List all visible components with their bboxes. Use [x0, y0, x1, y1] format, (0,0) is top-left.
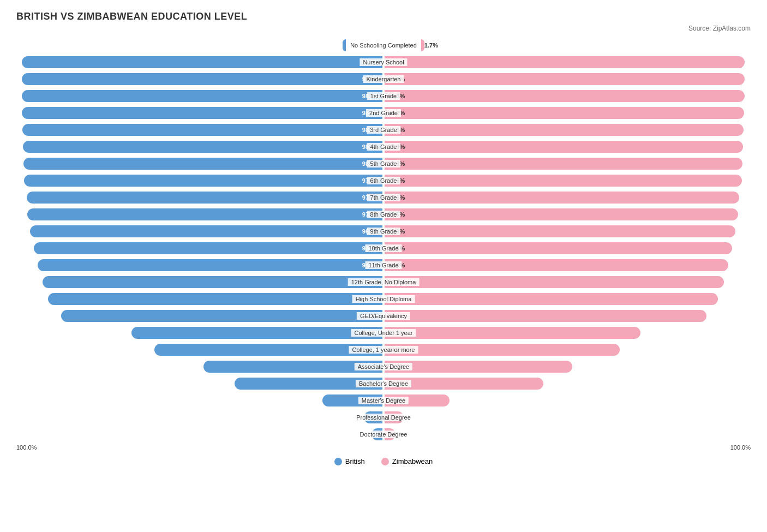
- bar-blue-18: 62.3%: [154, 344, 382, 356]
- bar-blue-9: 97.2%: [27, 192, 382, 204]
- bar-pink-12: 94.9%: [385, 242, 732, 254]
- bar-row: 94.2%11th Grade93.9%: [16, 258, 751, 273]
- bar-row: 98.5%1st Grade98.3%: [16, 88, 751, 104]
- source-label: Source: ZipAtlas.com: [16, 25, 751, 32]
- center-label-17: College, Under 1 year: [351, 329, 416, 337]
- bar-row: 98.5%2nd Grade98.2%: [16, 105, 751, 121]
- bar-pink-8: 97.6%: [385, 175, 742, 187]
- bar-pink-10: 96.5%: [385, 208, 738, 220]
- bar-pink-4: 98.2%: [385, 107, 744, 119]
- bar-row: 98.5%Kindergarten98.3%: [16, 71, 751, 87]
- center-label-22: Professional Degree: [353, 414, 414, 421]
- right-section-18: 64.2%: [384, 342, 751, 357]
- chart-title: BRITISH VS ZIMBABWEAN EDUCATION LEVEL: [16, 11, 751, 22]
- bar-row: 48.9%Associate's Degree51.3%: [16, 359, 751, 374]
- bar-blue-11: 96.3%: [30, 225, 382, 237]
- left-section-21: 16.4%: [16, 393, 384, 408]
- bar-blue-6: 98.2%: [23, 141, 382, 153]
- left-section-12: 95.3%: [16, 241, 384, 256]
- legend-zimbabwean-label: Zimbabwean: [392, 457, 433, 465]
- legend-british-label: British: [345, 457, 365, 465]
- left-section-3: 98.5%: [16, 88, 384, 104]
- center-label-13: 11th Grade: [365, 261, 402, 269]
- bar-pink-5: 98.1%: [385, 124, 744, 136]
- bar-blue-1: 98.5%: [22, 56, 382, 68]
- bar-row: 92.9%12th Grade, No Diploma92.7%: [16, 274, 751, 290]
- right-section-19: 51.3%: [384, 359, 751, 374]
- center-label-18: College, 1 year or more: [349, 346, 418, 354]
- bar-row: 98.1%5th Grade97.8%: [16, 156, 751, 171]
- left-section-17: 68.5%: [16, 325, 384, 340]
- bar-row: 68.5%College, Under 1 year69.9%: [16, 325, 751, 340]
- bar-row: 16.4%Master's Degree17.7%: [16, 393, 751, 408]
- bar-row: 87.8%GED/Equivalency88.0%: [16, 308, 751, 324]
- bar-pink-14: 92.7%: [385, 276, 724, 288]
- bar-blue-2: 98.5%: [22, 73, 382, 85]
- bar-pink-7: 97.8%: [385, 158, 742, 170]
- bar-row: 2.2%Doctorate Degree2.3%: [16, 427, 751, 442]
- center-label-3: 1st Grade: [367, 92, 400, 100]
- center-label-14: 12th Grade, No Diploma: [348, 278, 420, 286]
- bar-blue-15: 91.3%: [48, 293, 382, 305]
- bottom-left-label: 100.0%: [16, 444, 37, 451]
- center-label-21: Master's Degree: [358, 397, 409, 404]
- bar-row: 98.4%3rd Grade98.1%: [16, 122, 751, 138]
- right-section-6: 97.9%: [384, 139, 751, 154]
- bar-blue-3: 98.5%: [22, 90, 382, 102]
- center-label-23: Doctorate Degree: [357, 431, 411, 438]
- left-section-7: 98.1%: [16, 156, 384, 171]
- right-section-2: 98.3%: [384, 71, 751, 87]
- bar-blue-14: 92.9%: [43, 276, 382, 288]
- left-section-2: 98.5%: [16, 71, 384, 87]
- bar-blue-7: 98.1%: [23, 158, 382, 170]
- chart-container: 1.5%No Schooling Completed1.7%98.5%Nurse…: [16, 38, 751, 442]
- left-section-22: 5.0%: [16, 410, 384, 425]
- bar-pink-6: 97.9%: [385, 141, 743, 153]
- left-section-14: 92.9%: [16, 274, 384, 290]
- center-label-11: 9th Grade: [367, 228, 400, 235]
- left-section-1: 98.5%: [16, 55, 384, 70]
- legend-dot-british: [334, 458, 342, 465]
- center-label-9: 7th Grade: [367, 194, 400, 201]
- center-label-10: 8th Grade: [367, 211, 400, 218]
- left-section-5: 98.4%: [16, 122, 384, 138]
- right-section-12: 94.9%: [384, 241, 751, 256]
- bar-row: 40.4%Bachelor's Degree43.3%: [16, 376, 751, 391]
- left-section-11: 96.3%: [16, 224, 384, 239]
- bar-row: 97.2%7th Grade96.8%: [16, 190, 751, 205]
- center-label-19: Associate's Degree: [355, 363, 412, 370]
- bar-pink-18: 64.2%: [385, 344, 620, 356]
- bar-blue-10: 97.0%: [27, 208, 382, 220]
- bar-pink-19: 51.3%: [385, 361, 572, 373]
- left-section-18: 62.3%: [16, 342, 384, 357]
- right-section-15: 91.1%: [384, 291, 751, 307]
- bar-row: 98.2%4th Grade97.9%: [16, 139, 751, 154]
- bar-blue-16: 87.8%: [61, 310, 382, 322]
- left-section-13: 94.2%: [16, 258, 384, 273]
- legend-dot-zimbabwean: [381, 458, 389, 465]
- center-label-4: 2nd Grade: [366, 109, 401, 117]
- right-section-10: 96.5%: [384, 207, 751, 222]
- center-label-8: 6th Grade: [367, 177, 400, 184]
- right-section-22: 5.2%: [384, 410, 751, 425]
- right-section-14: 92.7%: [384, 274, 751, 290]
- bar-row: 98.5%Nursery School98.3%: [16, 55, 751, 70]
- bar-row: 96.3%9th Grade95.9%: [16, 224, 751, 239]
- bar-pink-3: 98.3%: [385, 90, 745, 102]
- legend-zimbabwean: Zimbabwean: [381, 457, 433, 465]
- bar-pink-17: 69.9%: [385, 327, 640, 339]
- bar-blue-5: 98.4%: [22, 124, 382, 136]
- center-label-0: No Schooling Completed: [346, 41, 421, 49]
- bar-pink-13: 93.9%: [385, 259, 728, 271]
- right-section-4: 98.2%: [384, 105, 751, 121]
- bar-row: 1.5%No Schooling Completed1.7%: [16, 38, 751, 53]
- center-label-1: Nursery School: [359, 58, 407, 66]
- right-section-20: 43.3%: [384, 376, 751, 391]
- right-section-8: 97.6%: [384, 173, 751, 188]
- bar-row: 97.0%8th Grade96.5%: [16, 207, 751, 222]
- blue-label-0: 1.5%: [329, 42, 343, 49]
- bar-row: 95.3%10th Grade94.9%: [16, 241, 751, 256]
- bar-blue-12: 95.3%: [34, 242, 382, 254]
- bar-pink-15: 91.1%: [385, 293, 718, 305]
- bar-pink-11: 95.9%: [385, 225, 735, 237]
